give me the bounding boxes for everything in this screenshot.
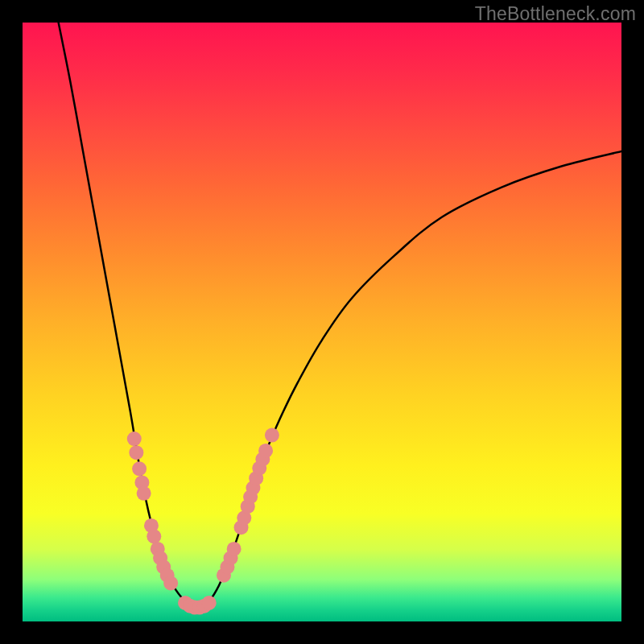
chart-svg — [23, 23, 621, 621]
chart-frame: TheBottleneck.com — [0, 0, 644, 644]
marker-dot — [227, 542, 242, 556]
curve-left-curve — [59, 23, 188, 604]
marker-dot — [258, 444, 273, 458]
marker-dot — [129, 445, 143, 460]
marker-dot — [202, 596, 217, 610]
marker-dot — [147, 529, 161, 543]
curve-group — [59, 23, 621, 607]
curve-right-curve — [207, 151, 621, 604]
plot-area — [23, 23, 621, 621]
marker-dot — [132, 461, 147, 476]
marker-dot — [127, 431, 142, 446]
marker-dot — [265, 428, 279, 443]
marker-dot — [163, 576, 178, 590]
marker-group — [127, 428, 279, 615]
watermark-text: TheBottleneck.com — [475, 3, 636, 25]
marker-dot — [137, 486, 151, 501]
